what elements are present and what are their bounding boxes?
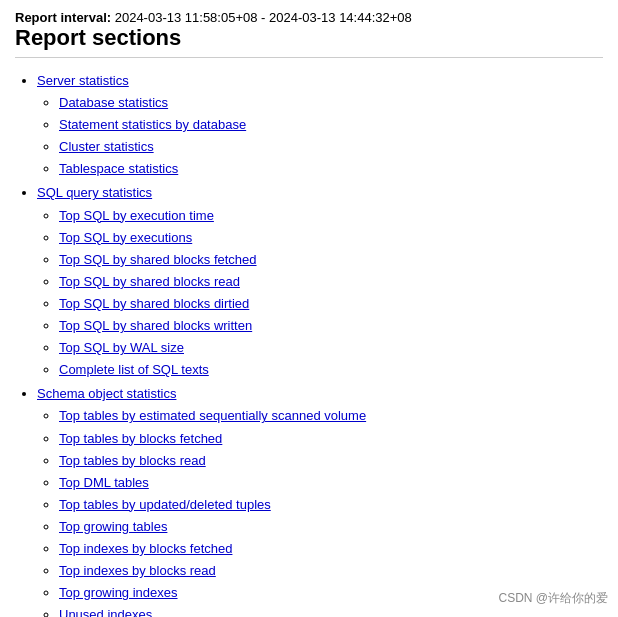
subsection-link[interactable]: Statement statistics by database — [59, 117, 246, 132]
subsection-link[interactable]: Unused indexes — [59, 607, 152, 617]
subsections-list: Database statisticsStatement statistics … — [37, 92, 603, 180]
subsection-link[interactable]: Complete list of SQL texts — [59, 362, 209, 377]
subsection-link[interactable]: Tablespace statistics — [59, 161, 178, 176]
subsection-item: Top tables by estimated sequentially sca… — [59, 405, 603, 427]
subsection-item: Top SQL by WAL size — [59, 337, 603, 359]
section-item: SQL query statisticsTop SQL by execution… — [37, 182, 603, 381]
subsections-list: Top SQL by execution timeTop SQL by exec… — [37, 205, 603, 382]
subsection-link[interactable]: Top growing indexes — [59, 585, 178, 600]
subsection-link[interactable]: Top DML tables — [59, 475, 149, 490]
report-interval-value: 2024-03-13 11:58:05+08 - 2024-03-13 14:4… — [115, 10, 412, 25]
subsection-link[interactable]: Top tables by blocks read — [59, 453, 206, 468]
subsection-link[interactable]: Top SQL by shared blocks written — [59, 318, 252, 333]
subsections-list: Top tables by estimated sequentially sca… — [37, 405, 603, 617]
report-interval-label: Report interval: — [15, 10, 111, 25]
page-title: Report sections — [15, 25, 603, 58]
subsection-link[interactable]: Top tables by blocks fetched — [59, 431, 222, 446]
subsection-link[interactable]: Top growing tables — [59, 519, 167, 534]
subsection-item: Statement statistics by database — [59, 114, 603, 136]
subsection-item: Top indexes by blocks fetched — [59, 538, 603, 560]
subsection-item: Top SQL by shared blocks fetched — [59, 249, 603, 271]
subsection-item: Top growing tables — [59, 516, 603, 538]
subsection-item: Top indexes by blocks read — [59, 560, 603, 582]
subsection-item: Top SQL by shared blocks dirtied — [59, 293, 603, 315]
subsection-link[interactable]: Top indexes by blocks fetched — [59, 541, 232, 556]
section-link[interactable]: SQL query statistics — [37, 185, 152, 200]
subsection-item: Complete list of SQL texts — [59, 359, 603, 381]
subsection-item: Top tables by updated/deleted tuples — [59, 494, 603, 516]
subsection-link[interactable]: Top SQL by execution time — [59, 208, 214, 223]
section-link[interactable]: Schema object statistics — [37, 386, 176, 401]
subsection-link[interactable]: Cluster statistics — [59, 139, 154, 154]
subsection-link[interactable]: Top SQL by shared blocks dirtied — [59, 296, 249, 311]
subsection-link[interactable]: Top tables by updated/deleted tuples — [59, 497, 271, 512]
subsection-link[interactable]: Top tables by estimated sequentially sca… — [59, 408, 366, 423]
subsection-item: Top DML tables — [59, 472, 603, 494]
subsection-link[interactable]: Top SQL by executions — [59, 230, 192, 245]
watermark: CSDN @许给你的爱 — [498, 590, 608, 607]
subsection-link[interactable]: Database statistics — [59, 95, 168, 110]
sections-list: Server statisticsDatabase statisticsStat… — [15, 70, 603, 617]
subsection-item: Top SQL by executions — [59, 227, 603, 249]
section-item: Schema object statisticsTop tables by es… — [37, 383, 603, 617]
subsection-link[interactable]: Top SQL by shared blocks read — [59, 274, 240, 289]
subsection-link[interactable]: Top SQL by shared blocks fetched — [59, 252, 257, 267]
subsection-item: Top tables by blocks fetched — [59, 428, 603, 450]
subsection-item: Top tables by blocks read — [59, 450, 603, 472]
subsection-item: Tablespace statistics — [59, 158, 603, 180]
subsection-item: Cluster statistics — [59, 136, 603, 158]
report-interval: Report interval: 2024-03-13 11:58:05+08 … — [15, 10, 603, 25]
subsection-item: Top SQL by shared blocks read — [59, 271, 603, 293]
subsection-item: Top SQL by execution time — [59, 205, 603, 227]
section-link[interactable]: Server statistics — [37, 73, 129, 88]
subsection-item: Database statistics — [59, 92, 603, 114]
subsection-link[interactable]: Top SQL by WAL size — [59, 340, 184, 355]
subsection-item: Top SQL by shared blocks written — [59, 315, 603, 337]
section-item: Server statisticsDatabase statisticsStat… — [37, 70, 603, 180]
subsection-link[interactable]: Top indexes by blocks read — [59, 563, 216, 578]
